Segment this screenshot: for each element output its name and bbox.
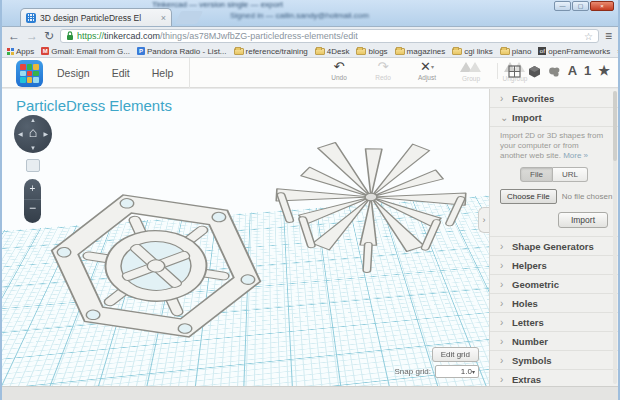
bookmark-gmail[interactable]: MGmail: Email from G... bbox=[41, 47, 130, 56]
import-button[interactable]: Import bbox=[558, 212, 608, 228]
menu-edit[interactable]: Edit bbox=[112, 67, 130, 79]
maximize-button[interactable]: ▢ bbox=[572, 1, 589, 11]
rotate-down-icon[interactable]: ▼ bbox=[30, 145, 36, 151]
choose-file-button[interactable]: Choose File bbox=[500, 189, 557, 204]
sidebar-collapse-handle[interactable]: › bbox=[478, 207, 489, 233]
numbers-shortcut[interactable]: 1 bbox=[584, 63, 591, 79]
redo-button[interactable]: ↷ Redo bbox=[368, 60, 398, 82]
group-icon bbox=[460, 60, 482, 72]
bookmark-folder-blogs[interactable]: blogs bbox=[356, 47, 387, 56]
section-holes[interactable]: ›Holes bbox=[490, 294, 618, 313]
new-tab-button[interactable] bbox=[175, 11, 203, 24]
group-button[interactable]: Group bbox=[456, 60, 486, 82]
edit-grid-button[interactable]: Edit grid bbox=[432, 347, 479, 362]
rotate-right-icon[interactable]: ▶ bbox=[43, 130, 48, 137]
bookmark-apps[interactable]: Apps bbox=[7, 47, 34, 56]
select-caret-icon: ▾ bbox=[472, 368, 475, 375]
window-titlebar: Tinkercad — version single — export Sign… bbox=[2, 0, 618, 26]
bookmarks-bar: Apps MGmail: Email from G... PPandora Ra… bbox=[2, 45, 618, 58]
caret-down-icon: ▾ bbox=[431, 64, 434, 70]
section-symbols[interactable]: ›Symbols bbox=[490, 351, 618, 370]
bookmark-openframeworks[interactable]: ofopenFrameworks bbox=[538, 47, 610, 56]
section-geometric[interactable]: ›Geometric bbox=[490, 275, 618, 294]
section-helpers[interactable]: ›Helpers bbox=[490, 256, 618, 275]
model-radial-snowflake[interactable] bbox=[264, 117, 478, 289]
back-icon[interactable]: ← bbox=[8, 30, 20, 42]
folder-icon bbox=[234, 48, 244, 55]
tab-title: 3D design ParticleDress El bbox=[40, 13, 157, 23]
chevron-right-icon: › bbox=[500, 93, 506, 104]
reload-icon[interactable]: ↻ bbox=[44, 30, 54, 42]
window-title: Tinkercad — version single — export bbox=[152, 0, 283, 9]
import-tab-file[interactable]: File bbox=[520, 167, 553, 182]
import-tab-url[interactable]: URL bbox=[553, 167, 588, 182]
view-orbit-control[interactable]: ⌂ ▲ ▼ ◀ ▶ bbox=[14, 115, 52, 153]
chevron-right-icon: › bbox=[500, 241, 506, 252]
url-path: /things/as78MJwfbZG-particledress-elemen… bbox=[160, 31, 358, 41]
bookmarks-overflow-icon[interactable]: » bbox=[617, 47, 618, 56]
chevron-right-icon: › bbox=[500, 279, 506, 290]
section-shape-generators[interactable]: ›Shape Generators bbox=[490, 237, 618, 256]
chevron-right-icon: › bbox=[500, 374, 506, 385]
tinkercad-logo-icon[interactable] bbox=[16, 60, 43, 87]
import-more-link[interactable]: More » bbox=[563, 151, 588, 160]
folder-icon bbox=[395, 48, 405, 55]
window-bottom-frame bbox=[2, 386, 618, 400]
bookmark-folder-reference[interactable]: reference/training bbox=[234, 47, 308, 56]
workplane-grid-icon[interactable] bbox=[508, 65, 521, 78]
redo-icon: ↷ bbox=[368, 60, 398, 74]
menu-design[interactable]: Design bbox=[57, 67, 90, 79]
minimize-button[interactable]: — bbox=[554, 1, 571, 11]
undo-button[interactable]: ↶ Undo bbox=[324, 60, 354, 82]
letters-shortcut[interactable]: A bbox=[568, 63, 577, 79]
browser-toolbar: ← → ↻ https://tinkercad.com/things/as78M… bbox=[2, 26, 618, 45]
folder-icon bbox=[315, 48, 325, 55]
forward-icon[interactable]: → bbox=[26, 30, 38, 42]
bookmark-star-icon[interactable]: ☆ bbox=[584, 31, 593, 42]
section-number[interactable]: ›Number bbox=[490, 332, 618, 351]
bookmark-pandora[interactable]: PPandora Radio - List... bbox=[137, 47, 227, 56]
tinkercad-favicon bbox=[26, 13, 36, 23]
bookmark-folder-magazines[interactable]: magazines bbox=[395, 47, 446, 56]
symbols-star-icon[interactable]: ★ bbox=[598, 63, 610, 79]
apps-grid-icon bbox=[7, 48, 14, 55]
undo-icon: ↶ bbox=[324, 60, 354, 74]
import-description: Import 2D or 3D shapes from your compute… bbox=[500, 131, 608, 161]
holes-blob-icon[interactable] bbox=[548, 65, 561, 78]
rotate-left-icon[interactable]: ◀ bbox=[18, 130, 23, 137]
adjust-button[interactable]: ✕▾ Adjust bbox=[412, 60, 442, 82]
folder-icon bbox=[500, 48, 510, 55]
chevron-right-icon: › bbox=[500, 336, 506, 347]
chevron-right-icon: › bbox=[500, 355, 506, 366]
model-hex-frame[interactable] bbox=[30, 161, 282, 367]
import-panel: Import 2D or 3D shapes from your compute… bbox=[490, 127, 618, 237]
browser-window: Tinkercad — version single — export Sign… bbox=[0, 0, 620, 400]
section-favorites[interactable]: › Favorites bbox=[490, 89, 618, 108]
https-lock-icon bbox=[66, 31, 74, 41]
bookmark-folder-cgi-links[interactable]: cgi links bbox=[452, 47, 492, 56]
pandora-icon: P bbox=[137, 47, 145, 55]
address-bar[interactable]: https://tinkercad.com/things/as78MJwfbZG… bbox=[60, 29, 599, 43]
folder-icon bbox=[452, 48, 462, 55]
snap-grid-label: Snap grid: bbox=[395, 367, 431, 376]
menu-help[interactable]: Help bbox=[152, 67, 174, 79]
chevron-down-icon: ⌄ bbox=[500, 112, 506, 123]
openframeworks-icon: of bbox=[538, 47, 546, 55]
sidebar-scrollbar[interactable] bbox=[613, 91, 617, 384]
section-import[interactable]: ⌄ Import bbox=[490, 108, 618, 127]
bookmark-folder-4desk[interactable]: 4Desk bbox=[315, 47, 350, 56]
browser-tab[interactable]: 3D design ParticleDress El × bbox=[20, 8, 172, 26]
design-canvas[interactable]: ParticleDress Elements ⌂ ▲ ▼ ◀ ▶ + − bbox=[2, 89, 489, 386]
chrome-menu-icon[interactable]: ≡ bbox=[605, 29, 612, 43]
rotate-up-icon[interactable]: ▲ bbox=[30, 117, 36, 123]
section-letters[interactable]: ›Letters bbox=[490, 313, 618, 332]
close-button[interactable]: × bbox=[590, 1, 614, 11]
folder-icon bbox=[356, 48, 366, 55]
snap-grid-select[interactable]: 1.0 ▾ bbox=[435, 365, 479, 378]
bookmark-folder-piano[interactable]: piano bbox=[500, 47, 532, 56]
tab-close-icon[interactable]: × bbox=[161, 13, 166, 23]
gmail-icon: M bbox=[41, 47, 49, 55]
chevron-right-icon: › bbox=[500, 298, 506, 309]
url-text: https://tinkercad.com/things/as78MJwfbZG… bbox=[77, 31, 358, 41]
geometric-cube-icon[interactable] bbox=[528, 65, 541, 78]
